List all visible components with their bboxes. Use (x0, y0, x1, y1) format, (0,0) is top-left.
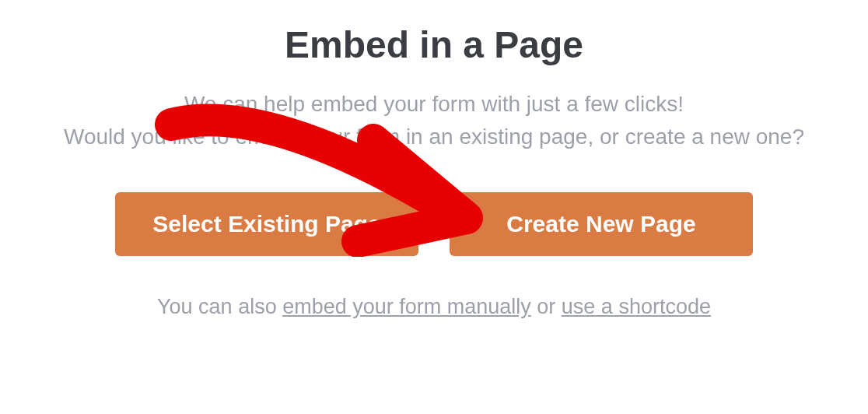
footer-middle: or (531, 295, 562, 318)
footer-text: You can also embed your form manually or… (157, 295, 711, 319)
select-existing-page-button[interactable]: Select Existing Page (115, 192, 418, 256)
description-line-2: Would you like to embed your form in an … (64, 125, 804, 149)
description-text: We can help embed your form with just a … (64, 88, 804, 153)
use-shortcode-link[interactable]: use a shortcode (562, 295, 711, 318)
create-new-page-button[interactable]: Create New Page (450, 192, 753, 256)
page-title: Embed in a Page (285, 23, 583, 66)
description-line-1: We can help embed your form with just a … (184, 92, 684, 116)
button-row: Select Existing Page Create New Page (115, 192, 753, 256)
embed-manually-link[interactable]: embed your form manually (282, 295, 531, 318)
footer-prefix: You can also (157, 295, 282, 318)
